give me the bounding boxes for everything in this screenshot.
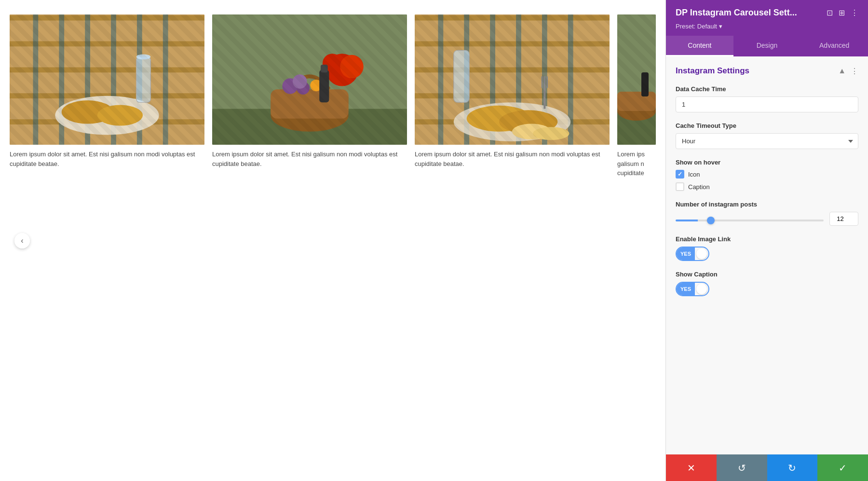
svg-point-43 (454, 102, 570, 141)
checkbox-item-icon[interactable]: Icon (676, 170, 858, 179)
svg-point-54 (617, 101, 656, 121)
tab-content[interactable]: Content (666, 36, 733, 56)
undo-icon: ↺ (738, 462, 746, 474)
checkbox-caption-label: Caption (688, 183, 710, 191)
svg-point-20 (271, 99, 349, 131)
more-options-icon[interactable]: ⋮ (851, 8, 858, 17)
panel-body: Instagram Settings ▲ ⋮ Data Cache Time C… (666, 56, 868, 454)
show-on-hover-checkboxes: Icon Caption (676, 170, 858, 191)
canvas-area: ‹ (0, 0, 665, 481)
svg-point-17 (136, 54, 151, 59)
carousel-caption-2: Lorem ipsum dolor sit amet. Est nisi gal… (212, 150, 407, 168)
toggle-slider-thumb (696, 248, 707, 259)
svg-rect-56 (641, 72, 649, 96)
number-of-posts-group: Number of instagram posts (676, 201, 858, 226)
panel-preset[interactable]: Preset: Default ▾ (676, 23, 858, 30)
show-caption-toggle[interactable]: YES (676, 282, 709, 296)
show-caption-toggle-group: YES (676, 282, 858, 296)
svg-point-26 (297, 82, 310, 95)
svg-point-24 (340, 55, 363, 78)
checkbox-item-caption[interactable]: Caption (676, 182, 858, 191)
grid-icon[interactable]: ⊞ (839, 8, 845, 17)
svg-rect-18 (212, 14, 407, 145)
carousel-item-2: Lorem ipsum dolor sit amet. Est nisi gal… (212, 14, 407, 168)
svg-point-25 (282, 78, 298, 94)
tab-design[interactable]: Design (733, 36, 801, 56)
panel-header-icons: ⊡ ⊞ ⋮ (827, 8, 858, 17)
svg-point-27 (293, 74, 307, 89)
checkbox-icon[interactable] (676, 170, 684, 179)
svg-rect-19 (212, 109, 407, 145)
section-more-icon[interactable]: ⋮ (851, 67, 858, 76)
panel-header: DP Instagram Carousel Sett... ⊡ ⊞ ⋮ Pres… (666, 0, 868, 36)
show-on-hover-label: Show on hover (676, 159, 858, 166)
number-of-posts-slider-group (676, 212, 858, 226)
posts-value-input[interactable] (829, 212, 858, 226)
carousel-caption-1: Lorem ipsum dolor sit amet. Est nisi gal… (10, 150, 204, 168)
svg-point-15 (97, 105, 143, 126)
svg-point-47 (533, 127, 569, 140)
svg-rect-16 (136, 57, 151, 102)
carousel-prev-button[interactable]: ‹ (14, 233, 30, 248)
show-caption-label: Show Caption (676, 271, 858, 278)
data-cache-time-label: Data Cache Time (676, 85, 858, 93)
svg-point-23 (323, 54, 342, 73)
svg-point-28 (310, 80, 322, 91)
redo-button[interactable]: ↻ (767, 454, 818, 481)
redo-icon: ↻ (788, 462, 796, 474)
undo-button[interactable]: ↺ (717, 454, 767, 481)
cache-timeout-type-group: Cache Timeout Type Hour Minute Second Da… (676, 122, 858, 149)
enable-image-link-group: Enable Image Link YES (676, 235, 858, 261)
data-cache-time-group: Data Cache Time (676, 85, 858, 112)
save-button[interactable]: ✓ (817, 454, 868, 481)
enable-image-link-label: Enable Image Link (676, 235, 858, 243)
collapse-icon[interactable]: ▲ (838, 67, 846, 75)
svg-rect-30 (321, 65, 328, 72)
carousel-caption-3: Lorem ipsum dolor sit amet. Est nisi gal… (415, 150, 610, 168)
svg-rect-0 (10, 14, 204, 145)
carousel-caption-4: Lorem ips galisum n cupiditate (617, 150, 656, 178)
svg-point-22 (326, 54, 358, 86)
show-caption-toggle-yes-label: YES (677, 283, 695, 295)
svg-rect-55 (617, 92, 656, 111)
svg-point-45 (499, 110, 557, 133)
show-caption-slider-thumb (696, 284, 707, 294)
number-of-posts-label: Number of instagram posts (676, 201, 858, 208)
svg-rect-31 (415, 14, 610, 145)
screenshot-icon[interactable]: ⊡ (827, 8, 833, 17)
cache-timeout-type-label: Cache Timeout Type (676, 122, 858, 129)
cache-timeout-type-select[interactable]: Hour Minute Second Day (676, 133, 858, 149)
section-header: Instagram Settings ▲ ⋮ (676, 66, 858, 76)
checkbox-caption[interactable] (676, 182, 684, 191)
toggle-yes-label: YES (677, 247, 695, 260)
enable-image-link-toggle-group: YES (676, 247, 858, 261)
carousel-item-1: Lorem ipsum dolor sit amet. Est nisi gal… (10, 14, 204, 168)
posts-slider-wrapper (676, 215, 824, 223)
show-caption-group: Show Caption YES (676, 271, 858, 296)
carousel-item-3: Lorem ipsum dolor sit amet. Est nisi gal… (415, 14, 610, 168)
posts-range-slider[interactable] (676, 220, 824, 221)
svg-rect-53 (617, 101, 656, 145)
panel-title: DP Instagram Carousel Sett... (676, 8, 797, 18)
svg-point-13 (55, 96, 159, 135)
carousel-image-2 (212, 14, 407, 145)
svg-rect-29 (319, 70, 329, 102)
svg-rect-21 (271, 89, 349, 119)
cancel-icon: ✕ (687, 462, 695, 474)
svg-point-46 (512, 124, 551, 139)
svg-rect-48 (454, 50, 469, 102)
data-cache-time-input[interactable] (676, 96, 858, 112)
carousel-image-1 (10, 14, 204, 145)
cancel-button[interactable]: ✕ (666, 454, 717, 481)
checkbox-icon-label: Icon (688, 171, 700, 178)
section-header-icons: ▲ ⋮ (838, 67, 858, 76)
carousel-image-3 (415, 14, 610, 145)
enable-image-link-toggle[interactable]: YES (676, 247, 709, 261)
svg-point-14 (62, 100, 114, 124)
show-on-hover-group: Show on hover Icon Caption (676, 159, 858, 191)
svg-rect-52 (617, 14, 656, 145)
section-title: Instagram Settings (676, 66, 749, 76)
carousel-item-4: Lorem ips galisum n cupiditate (617, 14, 656, 178)
panel-toolbar: ✕ ↺ ↻ ✓ (666, 454, 868, 481)
tab-advanced[interactable]: Advanced (800, 36, 868, 56)
